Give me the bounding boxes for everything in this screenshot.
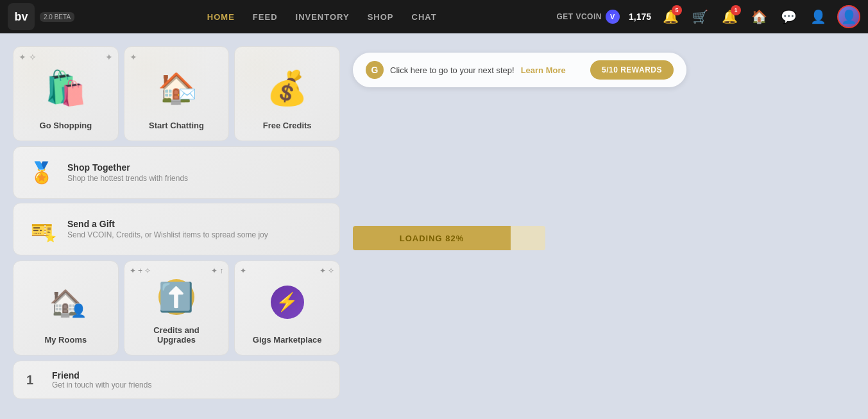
- avatar-icon: 👤: [841, 9, 857, 24]
- home-icon: 🏠: [751, 9, 767, 24]
- cart-icon: 🛒: [692, 9, 708, 24]
- friend-subtitle: Get in touch with your friends: [52, 381, 151, 389]
- logo-text: bv: [14, 11, 28, 22]
- loading-text: LOADING 82%: [389, 234, 475, 243]
- bell-badge: 5: [672, 5, 682, 15]
- bell-button[interactable]: 🔔 5: [660, 6, 681, 27]
- nav-links: HOME FEED INVENTORY SHOP CHAT: [87, 12, 556, 22]
- home-button[interactable]: 🏠: [749, 6, 769, 27]
- vcoin-balance: 1,175: [629, 12, 651, 22]
- chat-icon: 💬: [781, 9, 797, 24]
- credits-upgrades-icon: ⬆️: [158, 279, 194, 315]
- my-rooms-card[interactable]: 🏠 👤 My Rooms: [13, 261, 119, 355]
- upgrades-deco2: ✦ ↑: [211, 266, 223, 275]
- chat-button[interactable]: 💬: [778, 6, 799, 27]
- gigs-deco: ✦: [240, 266, 246, 275]
- cart-button[interactable]: 🛒: [690, 6, 710, 27]
- navbar: bv 2.0 BETA HOME FEED INVENTORY SHOP CHA…: [0, 0, 868, 33]
- friend-title: Friend: [52, 370, 151, 381]
- send-gift-title: Send a Gift: [67, 219, 268, 229]
- users-button[interactable]: 👤: [808, 6, 828, 27]
- send-gift-banner[interactable]: 🎫 ⭐ Send a Gift Send VCOIN, Credits, or …: [13, 203, 340, 255]
- left-panel: ✦ ✧ ✦ 🛍️ Go Shopping ✦ 🏠 ✉️ Start Cha: [13, 46, 340, 406]
- send-gift-text: Send a Gift Send VCOIN, Credits, or Wish…: [67, 219, 268, 239]
- nav-chat[interactable]: CHAT: [412, 12, 437, 22]
- gigs-marketplace-icon: ⚡: [271, 286, 304, 319]
- top-cards-grid: ✦ ✧ ✦ 🛍️ Go Shopping ✦ 🏠 ✉️ Start Cha: [13, 46, 340, 141]
- notification-button[interactable]: 🔔 1: [719, 6, 740, 27]
- rewards-badge: 5/10 REWARDS: [590, 60, 674, 80]
- start-chatting-card[interactable]: ✦ 🏠 ✉️ Start Chatting: [124, 46, 230, 141]
- nav-right: GET VCOIN V 1,175 🔔 5 🛒 🔔 1 🏠 💬 👤 👤: [556, 5, 860, 28]
- shop-together-subtitle: Shop the hottest trends with friends: [67, 174, 188, 183]
- gigs-marketplace-label: Gigs Marketplace: [253, 335, 322, 345]
- gigs-marketplace-card[interactable]: ✦ ✦ ✧ ⚡ Gigs Marketplace: [234, 261, 340, 355]
- friend-text: Friend Get in touch with your friends: [52, 370, 151, 389]
- loading-section: LOADING 82%: [353, 226, 855, 250]
- right-panel: G Click here to go to your next step! Le…: [353, 46, 855, 406]
- reward-banner[interactable]: G Click here to go to your next step! Le…: [353, 53, 686, 87]
- shop-together-banner[interactable]: 🏅 Shop Together Shop the hottest trends …: [13, 146, 340, 199]
- my-rooms-icon: 🏠 👤: [49, 286, 81, 318]
- learn-more-link[interactable]: Learn More: [521, 65, 566, 75]
- credits-upgrades-card[interactable]: ✦ + ✧ ✦ ↑ ⬆️ Credits and Upgrades: [124, 261, 230, 355]
- chatting-card-icon: 🏠 ✉️: [158, 71, 194, 105]
- chat-deco-left: ✦: [130, 52, 137, 62]
- vcoin-icon: V: [606, 10, 620, 24]
- nav-shop[interactable]: SHOP: [368, 12, 394, 22]
- deco-left: ✦ ✧: [19, 52, 37, 62]
- gigs-deco2: ✦ ✧: [319, 266, 334, 275]
- nav-home[interactable]: HOME: [207, 12, 235, 22]
- free-credits-card[interactable]: 💰 Free Credits: [234, 46, 340, 141]
- reward-g-icon: G: [366, 61, 384, 79]
- send-gift-subtitle: Send VCOIN, Credits, or Wishlist items t…: [67, 230, 268, 239]
- go-shopping-card[interactable]: ✦ ✧ ✦ 🛍️ Go Shopping: [13, 46, 119, 141]
- shop-together-icon: 🏅: [26, 157, 57, 188]
- friend-row[interactable]: 1 Friend Get in touch with your friends: [13, 361, 340, 399]
- send-gift-icon: 🎫 ⭐: [26, 214, 57, 244]
- reward-text: G Click here to go to your next step! Le…: [366, 61, 566, 79]
- credits-upgrades-label: Credits and Upgrades: [135, 325, 219, 345]
- get-vcoin-button[interactable]: GET VCOIN V: [556, 10, 620, 24]
- nav-feed[interactable]: FEED: [253, 12, 278, 22]
- avatar[interactable]: 👤: [837, 5, 860, 28]
- my-rooms-label: My Rooms: [44, 335, 87, 345]
- shop-together-title: Shop Together: [67, 162, 188, 173]
- beta-badge: 2.0 BETA: [40, 12, 74, 22]
- bottom-cards-grid: 🏠 👤 My Rooms ✦ + ✧ ✦ ↑ ⬆️ Credits and Up…: [13, 261, 340, 355]
- users-icon: 👤: [810, 9, 826, 24]
- notification-badge: 1: [731, 5, 741, 15]
- upgrades-deco: ✦ + ✧: [130, 266, 151, 275]
- deco-right: ✦: [105, 52, 113, 62]
- friend-number: 1: [26, 373, 42, 388]
- reward-description: Click here to go to your next step!: [390, 65, 515, 75]
- nav-inventory[interactable]: INVENTORY: [296, 12, 350, 22]
- loading-bar-container: LOADING 82%: [353, 226, 545, 250]
- loading-bar-fill: LOADING 82%: [353, 226, 511, 250]
- get-vcoin-label: GET VCOIN: [556, 12, 602, 21]
- main-content: ✦ ✧ ✦ 🛍️ Go Shopping ✦ 🏠 ✉️ Start Cha: [0, 33, 868, 419]
- logo[interactable]: bv: [8, 3, 35, 30]
- shop-together-text: Shop Together Shop the hottest trends wi…: [67, 162, 188, 183]
